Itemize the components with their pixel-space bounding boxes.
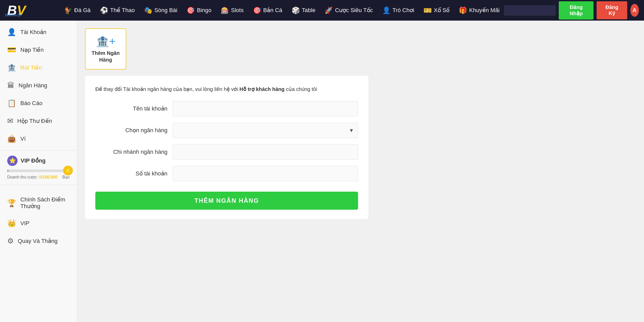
label-so-tai-khoan: Số tài khoản [95,170,167,177]
bingo-label: Bingo [197,7,211,14]
progress-end-badge: ⭐ [63,166,73,175]
main-content: 🏦+ Thêm Ngân Hàng Để thay đổi Tài khoản … [77,21,644,322]
add-bank-label: Thêm Ngân Hàng [92,50,120,63]
logo-subtitle: betvisa.fyi [5,13,21,17]
sidebar-item-ngan-hang[interactable]: 🏛Ngân Hàng [0,77,77,94]
nav-item-khuyen-mai[interactable]: 🎁Khuyến Mãi [454,0,504,21]
ban-ca-icon: 🎯 [253,6,261,14]
bao-cao-label: Báo Cáo [20,100,43,107]
sidebar-item-bao-cao[interactable]: 📋Báo Cáo [0,94,77,112]
slots-label: Slots [231,7,244,14]
the-thao-icon: ⚽ [100,6,108,14]
sidebar-item-chinh-sach-diem-thuong[interactable]: 🏆Chính Sách Điểm Thưởng [0,192,77,214]
nav-item-table[interactable]: 🎲Table [287,0,320,21]
header-right: Đăng Nhập Đăng Ký A [504,1,639,20]
bingo-icon: 🎯 [187,6,195,14]
bank-icon: 🏦+ [96,35,116,48]
the-thao-label: Thể Thao [110,7,135,14]
nav-item-slots[interactable]: 🎰Slots [216,0,248,21]
khuyen-mai-label: Khuyến Mãi [469,7,499,14]
progress-labels: Doanh thu cược: 0/100,000 Bạc [7,175,70,180]
sidebar-item-hop-thu-den[interactable]: ✉Hộp Thư Đến [0,112,77,130]
ngan-hang-label: Ngân Hàng [19,82,47,89]
quay-va-thang-icon: ⚙ [7,237,14,245]
register-button[interactable]: Đăng Ký [597,1,627,19]
nap-tien-icon: 💳 [7,46,16,54]
progress-label: Doanh thu cược: 0/100,000 [7,175,57,180]
main-layout: 👤Tài Khoản💳Nạp Tiền🏦Rút Tiền🏛Ngân Hàng📋B… [0,21,644,322]
select-wrap-ngan-hang: VietcombankBIDVTechcombankMB BankVPBankA… [173,123,358,138]
nav-item-da-ga[interactable]: 🐓Đá Gà [59,0,95,21]
sidebar-item-tai-khoan[interactable]: 👤Tài Khoản [0,23,77,41]
vip-icon: 👑 [7,219,16,227]
chinh-sach-diem-thuong-icon: 🏆 [7,199,16,207]
nav-item-ban-ca[interactable]: 🎯Bắn Cá [248,0,287,21]
label-ten-tai-khoan: Tên tài khoản [95,105,167,112]
nav-item-bingo[interactable]: 🎯Bingo [182,0,216,21]
tai-khoan-label: Tài Khoản [20,29,46,36]
nav-item-song-bai[interactable]: 🎭Sòng Bài [139,0,182,21]
da-ga-label: Đá Gà [74,7,91,14]
table-label: Table [302,7,316,14]
khuyen-mai-icon: 🎁 [459,6,467,14]
tai-khoan-icon: 👤 [7,28,16,36]
xo-so-icon: 🎫 [423,6,432,14]
input-ten-tai-khoan[interactable] [173,101,358,116]
sidebar-item-vi[interactable]: 👜Ví [0,130,77,148]
sidebar-item-vip[interactable]: 👑VIP [0,214,77,232]
xo-so-label: Xổ Số [434,7,450,14]
form-row-ten-tai-khoan: Tên tài khoản [95,101,358,116]
sidebar-item-quay-va-thang[interactable]: ⚙Quay Và Thắng [0,232,77,250]
quay-va-thang-label: Quay Và Thắng [18,238,57,244]
chinh-sach-diem-thuong-label: Chính Sách Điểm Thưởng [20,196,70,210]
song-bai-icon: 🎭 [144,6,152,14]
bao-cao-icon: 📋 [7,99,16,107]
vip-label: VIP [20,220,29,227]
vip-title-label: VIP Đồng [21,157,46,164]
header: B V betvisa.fyi 🐓Đá Gà⚽Thể Thao🎭Sòng Bài… [0,0,644,21]
progress-bar: ⭐ [7,170,70,172]
rut-tien-label: Rút Tiền [20,64,42,71]
nap-tien-label: Nạp Tiền [20,47,44,53]
sidebar-bottom: 🏆Chính Sách Điểm Thưởng👑VIP⚙Quay Và Thắn… [0,188,77,250]
da-ga-icon: 🐓 [64,6,72,14]
sidebar-item-rut-tien[interactable]: 🏦Rút Tiền [0,59,77,77]
submit-button[interactable]: THÊM NGÂN HÀNG [95,192,358,210]
form-card: Để thay đổi Tài khoản ngân hàng của bạn,… [85,76,368,219]
vip-star-icon: ⭐ [7,156,18,166]
search-input[interactable] [504,5,556,15]
nav-item-xo-so[interactable]: 🎫Xổ Số [419,0,454,21]
header-nav: 🐓Đá Gà⚽Thể Thao🎭Sòng Bài🎯Bingo🎰Slots🎯Bắn… [59,0,504,21]
vip-section: ⭐ VIP Đồng ⭐ Doanh thu cược: 0/100,000 B… [0,150,77,185]
nav-item-the-thao[interactable]: ⚽Thể Thao [95,0,140,21]
tro-choi-icon: 👤 [382,6,391,14]
input-chi-nhanh[interactable] [173,144,358,160]
form-row-chon-ngan-hang: Chọn ngân hàng VietcombankBIDVTechcomban… [95,123,358,138]
login-button[interactable]: Đăng Nhập [559,1,594,20]
sidebar-item-nap-tien[interactable]: 💳Nạp Tiền [0,41,77,59]
vi-label: Ví [20,135,26,142]
info-text: Để thay đổi Tài khoản ngân hàng của bạn,… [95,85,358,93]
form-row-so-tai-khoan: Số tài khoản [95,166,358,181]
ban-ca-label: Bắn Cá [263,7,282,14]
slots-icon: 🎰 [221,6,229,14]
nav-item-tro-choi[interactable]: 👤Trò Chơi [378,0,419,21]
form-row-chi-nhanh: Chi nhánh ngân hàng [95,144,358,160]
input-so-tai-khoan[interactable] [173,166,358,181]
vip-title: ⭐ VIP Đồng [7,156,70,166]
avatar[interactable]: A [630,4,639,17]
nav-item-cuoc-sieu-toc[interactable]: 🚀Cược Siêu Tốc [320,0,377,21]
select-ngan-hang[interactable]: VietcombankBIDVTechcombankMB BankVPBankA… [173,123,358,138]
logo-area: B V betvisa.fyi [5,3,57,18]
vi-icon: 👜 [7,134,16,143]
progress-fill [7,170,9,172]
label-chi-nhanh: Chi nhánh ngân hàng [95,149,167,155]
label-chon-ngan-hang: Chọn ngân hàng [95,127,167,134]
cuoc-sieu-toc-label: Cược Siêu Tốc [335,7,373,14]
tro-choi-label: Trò Chơi [393,7,414,14]
hop-thu-den-label: Hộp Thư Đến [17,118,52,124]
ngan-hang-icon: 🏛 [7,81,14,90]
hop-thu-den-icon: ✉ [7,117,13,125]
add-bank-button[interactable]: 🏦+ Thêm Ngân Hàng [85,28,126,70]
song-bai-label: Sòng Bài [154,7,177,14]
